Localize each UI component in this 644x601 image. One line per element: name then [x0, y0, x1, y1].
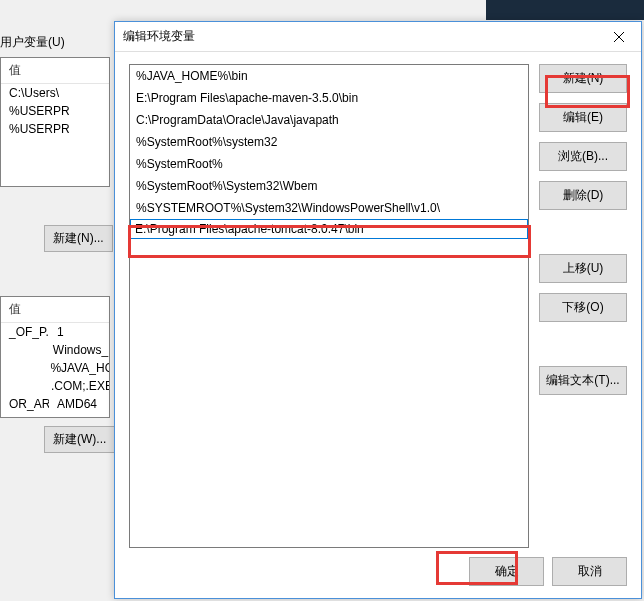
list-item[interactable]: E:\Program Files\apache-maven-3.5.0\bin: [130, 87, 528, 109]
new-w-button[interactable]: 新建(W)...: [44, 426, 115, 453]
list-item[interactable]: %JAVA_HOME%\bin: [130, 65, 528, 87]
new-n-button[interactable]: 新建(N)...: [44, 225, 113, 252]
edit-text-button[interactable]: 编辑文本(T)...: [539, 366, 627, 395]
browse-button[interactable]: 浏览(B)...: [539, 142, 627, 171]
move-up-button[interactable]: 上移(U): [539, 254, 627, 283]
user-row[interactable]: %USERPR: [1, 102, 109, 120]
user-row[interactable]: %USERPR: [1, 120, 109, 138]
list-item[interactable]: %SystemRoot%\system32: [130, 131, 528, 153]
table-row[interactable]: _OF_P...1: [1, 323, 109, 341]
dark-strip: [486, 0, 644, 20]
table-row[interactable]: OR_ARAMD64: [1, 395, 109, 413]
edit-env-var-dialog: 编辑环境变量 %JAVA_HOME%\bin E:\Program Files\…: [114, 21, 642, 599]
list-item[interactable]: %SystemRoot%: [130, 153, 528, 175]
path-edit-input[interactable]: [130, 219, 528, 239]
spacer: [539, 220, 627, 244]
list-item[interactable]: C:\ProgramData\Oracle\Java\javapath: [130, 109, 528, 131]
path-list[interactable]: %JAVA_HOME%\bin E:\Program Files\apache-…: [129, 64, 529, 548]
user-vars-label: 用户变量(U): [0, 30, 110, 57]
close-button[interactable]: [596, 22, 641, 51]
sys-vars-section: 值 _OF_P...1 Windows_ %JAVA_HO .COM;.EXE …: [0, 296, 112, 418]
user-row[interactable]: C:\Users\: [1, 84, 109, 102]
side-buttons: 新建(N) 编辑(E) 浏览(B)... 删除(D) 上移(U) 下移(O) 编…: [539, 64, 627, 548]
table-row[interactable]: .COM;.EXE: [1, 377, 109, 395]
dialog-body: %JAVA_HOME%\bin E:\Program Files\apache-…: [115, 52, 641, 598]
list-item[interactable]: %SystemRoot%\System32\Wbem: [130, 175, 528, 197]
table-row[interactable]: %JAVA_HO: [1, 359, 109, 377]
delete-button[interactable]: 删除(D): [539, 181, 627, 210]
sys-vars-table: 值 _OF_P...1 Windows_ %JAVA_HO .COM;.EXE …: [0, 296, 110, 418]
edit-button[interactable]: 编辑(E): [539, 103, 627, 132]
value-header: 值: [1, 58, 109, 84]
ok-button[interactable]: 确定: [469, 557, 544, 586]
cancel-button[interactable]: 取消: [552, 557, 627, 586]
sys-value-header: 值: [1, 297, 109, 323]
close-icon: [614, 32, 624, 42]
dialog-title: 编辑环境变量: [123, 28, 633, 45]
move-down-button[interactable]: 下移(O): [539, 293, 627, 322]
user-vars-table: 值 C:\Users\ %USERPR %USERPR: [0, 57, 110, 187]
table-row[interactable]: Windows_: [1, 341, 109, 359]
spacer: [539, 332, 627, 356]
user-vars-section: 用户变量(U) 值 C:\Users\ %USERPR %USERPR: [0, 30, 110, 187]
footer-buttons: 确定 取消: [469, 557, 627, 586]
titlebar[interactable]: 编辑环境变量: [115, 22, 641, 52]
list-item-editing[interactable]: [130, 219, 528, 239]
list-item[interactable]: %SYSTEMROOT%\System32\WindowsPowerShell\…: [130, 197, 528, 219]
new-button[interactable]: 新建(N): [539, 64, 627, 93]
